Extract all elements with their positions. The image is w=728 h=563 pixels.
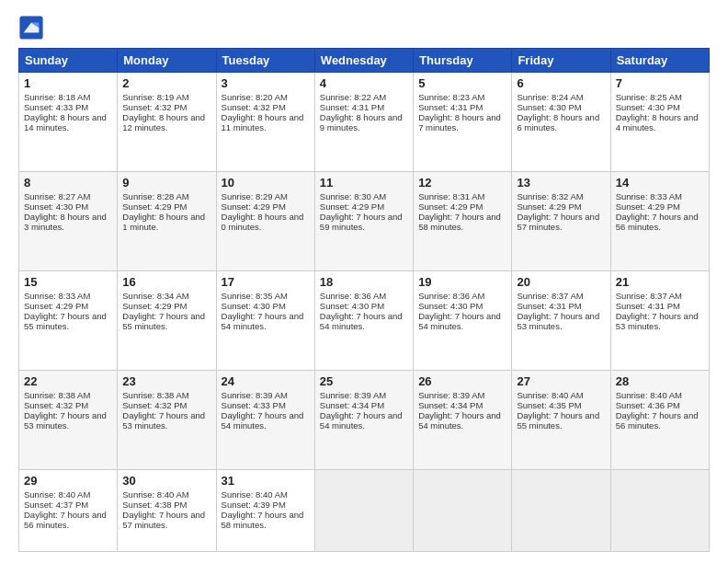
sunrise-label: Sunrise: 8:40 AM	[24, 489, 90, 500]
sunset-label: Sunset: 4:29 PM	[122, 301, 187, 311]
week-row-4: 22 Sunrise: 8:38 AM Sunset: 4:32 PM Dayl…	[19, 371, 710, 470]
sunset-label: Sunset: 4:30 PM	[222, 301, 286, 311]
day-number: 10	[222, 176, 310, 190]
sunset-label: Sunset: 4:30 PM	[517, 102, 581, 112]
day-number: 8	[24, 176, 112, 190]
day-number: 17	[222, 275, 310, 289]
sunset-label: Sunset: 4:36 PM	[616, 400, 680, 410]
sunset-label: Sunset: 4:32 PM	[122, 102, 187, 112]
calendar-cell: 18 Sunrise: 8:36 AM Sunset: 4:30 PM Dayl…	[314, 271, 413, 371]
day-number: 16	[122, 275, 210, 289]
sunrise-label: Sunrise: 8:33 AM	[616, 191, 682, 201]
weekday-header-monday: Monday	[118, 49, 216, 73]
daylight-label: Daylight: 7 hours and 53 minutes.	[122, 410, 205, 431]
day-number: 2	[122, 76, 210, 90]
calendar-cell: 5 Sunrise: 8:23 AM Sunset: 4:31 PM Dayli…	[414, 73, 512, 172]
sunrise-label: Sunrise: 8:37 AM	[517, 291, 583, 301]
daylight-label: Daylight: 8 hours and 3 minutes.	[24, 212, 107, 232]
day-number: 21	[616, 275, 704, 289]
daylight-label: Daylight: 7 hours and 57 minutes.	[517, 212, 599, 232]
sunset-label: Sunset: 4:29 PM	[222, 201, 286, 212]
day-number: 11	[320, 176, 408, 190]
daylight-label: Daylight: 8 hours and 0 minutes.	[222, 212, 304, 232]
day-number: 25	[320, 374, 408, 388]
weekday-header-friday: Friday	[512, 49, 610, 73]
sunset-label: Sunset: 4:31 PM	[517, 301, 581, 311]
calendar-cell: 6 Sunrise: 8:24 AM Sunset: 4:30 PM Dayli…	[512, 73, 610, 172]
calendar-cell	[512, 470, 610, 552]
daylight-label: Daylight: 7 hours and 54 minutes.	[222, 410, 304, 431]
day-number: 4	[320, 76, 408, 90]
sunrise-label: Sunrise: 8:36 AM	[418, 291, 484, 301]
day-number: 12	[418, 176, 506, 190]
page: SundayMondayTuesdayWednesdayThursdayFrid…	[0, 0, 728, 563]
day-number: 24	[222, 374, 310, 388]
calendar-cell: 20 Sunrise: 8:37 AM Sunset: 4:31 PM Dayl…	[512, 271, 610, 371]
weekday-header-tuesday: Tuesday	[216, 49, 314, 73]
daylight-label: Daylight: 7 hours and 56 minutes.	[616, 212, 699, 232]
calendar-cell: 15 Sunrise: 8:33 AM Sunset: 4:29 PM Dayl…	[19, 271, 118, 371]
sunrise-label: Sunrise: 8:39 AM	[418, 390, 484, 400]
calendar-cell: 13 Sunrise: 8:32 AM Sunset: 4:29 PM Dayl…	[512, 172, 610, 271]
sunset-label: Sunset: 4:29 PM	[616, 201, 680, 212]
daylight-label: Daylight: 8 hours and 11 minutes.	[222, 112, 304, 132]
sunrise-label: Sunrise: 8:19 AM	[122, 92, 188, 102]
sunrise-label: Sunrise: 8:38 AM	[24, 390, 90, 400]
day-number: 27	[517, 374, 605, 388]
day-number: 18	[320, 275, 408, 289]
calendar-cell: 25 Sunrise: 8:39 AM Sunset: 4:34 PM Dayl…	[314, 371, 413, 470]
daylight-label: Daylight: 7 hours and 55 minutes.	[517, 410, 599, 431]
sunrise-label: Sunrise: 8:18 AM	[24, 92, 90, 102]
calendar-cell: 16 Sunrise: 8:34 AM Sunset: 4:29 PM Dayl…	[118, 271, 216, 371]
sunrise-label: Sunrise: 8:34 AM	[122, 291, 188, 301]
sunrise-label: Sunrise: 8:40 AM	[222, 489, 288, 500]
calendar-cell: 8 Sunrise: 8:27 AM Sunset: 4:30 PM Dayli…	[19, 172, 118, 271]
calendar-cell: 1 Sunrise: 8:18 AM Sunset: 4:33 PM Dayli…	[19, 73, 118, 172]
weekday-header-thursday: Thursday	[414, 49, 512, 73]
day-number: 31	[222, 474, 310, 488]
sunset-label: Sunset: 4:39 PM	[222, 500, 286, 510]
day-number: 15	[24, 275, 112, 289]
weekday-header-sunday: Sunday	[19, 49, 118, 73]
sunrise-label: Sunrise: 8:32 AM	[517, 191, 583, 201]
calendar-cell: 19 Sunrise: 8:36 AM Sunset: 4:30 PM Dayl…	[414, 271, 512, 371]
logo-area	[18, 15, 48, 40]
daylight-label: Daylight: 7 hours and 59 minutes.	[320, 212, 403, 232]
calendar-cell: 28 Sunrise: 8:40 AM Sunset: 4:36 PM Dayl…	[610, 371, 709, 470]
sunset-label: Sunset: 4:29 PM	[320, 201, 384, 212]
calendar-cell: 23 Sunrise: 8:38 AM Sunset: 4:32 PM Dayl…	[118, 371, 216, 470]
sunset-label: Sunset: 4:30 PM	[320, 301, 384, 311]
week-row-2: 8 Sunrise: 8:27 AM Sunset: 4:30 PM Dayli…	[19, 172, 710, 271]
sunset-label: Sunset: 4:33 PM	[24, 102, 88, 112]
calendar-cell: 27 Sunrise: 8:40 AM Sunset: 4:35 PM Dayl…	[512, 371, 610, 470]
calendar-cell: 10 Sunrise: 8:29 AM Sunset: 4:29 PM Dayl…	[216, 172, 314, 271]
day-number: 28	[616, 374, 704, 388]
day-number: 23	[122, 374, 210, 388]
calendar-cell: 30 Sunrise: 8:40 AM Sunset: 4:38 PM Dayl…	[118, 470, 216, 552]
calendar-cell: 4 Sunrise: 8:22 AM Sunset: 4:31 PM Dayli…	[314, 73, 413, 172]
sunrise-label: Sunrise: 8:40 AM	[616, 390, 682, 400]
weekday-header-wednesday: Wednesday	[314, 49, 413, 73]
sunset-label: Sunset: 4:32 PM	[122, 400, 187, 410]
sunrise-label: Sunrise: 8:23 AM	[418, 92, 484, 102]
sunrise-label: Sunrise: 8:37 AM	[616, 291, 682, 301]
daylight-label: Daylight: 7 hours and 56 minutes.	[24, 510, 107, 530]
sunrise-label: Sunrise: 8:40 AM	[122, 489, 188, 500]
sunset-label: Sunset: 4:29 PM	[122, 201, 187, 212]
sunset-label: Sunset: 4:32 PM	[24, 400, 88, 410]
sunrise-label: Sunrise: 8:27 AM	[24, 191, 90, 201]
day-number: 29	[24, 474, 112, 488]
sunset-label: Sunset: 4:38 PM	[122, 500, 187, 510]
sunset-label: Sunset: 4:31 PM	[616, 301, 680, 311]
weekday-header-row: SundayMondayTuesdayWednesdayThursdayFrid…	[19, 49, 710, 73]
sunrise-label: Sunrise: 8:29 AM	[222, 191, 288, 201]
sunset-label: Sunset: 4:37 PM	[24, 500, 88, 510]
calendar-cell: 26 Sunrise: 8:39 AM Sunset: 4:34 PM Dayl…	[414, 371, 512, 470]
daylight-label: Daylight: 8 hours and 12 minutes.	[122, 112, 205, 132]
sunset-label: Sunset: 4:29 PM	[418, 201, 483, 212]
day-number: 1	[24, 76, 112, 90]
daylight-label: Daylight: 7 hours and 55 minutes.	[24, 311, 107, 331]
calendar-cell: 21 Sunrise: 8:37 AM Sunset: 4:31 PM Dayl…	[610, 271, 709, 371]
calendar-cell: 31 Sunrise: 8:40 AM Sunset: 4:39 PM Dayl…	[216, 470, 314, 552]
sunset-label: Sunset: 4:35 PM	[517, 400, 581, 410]
